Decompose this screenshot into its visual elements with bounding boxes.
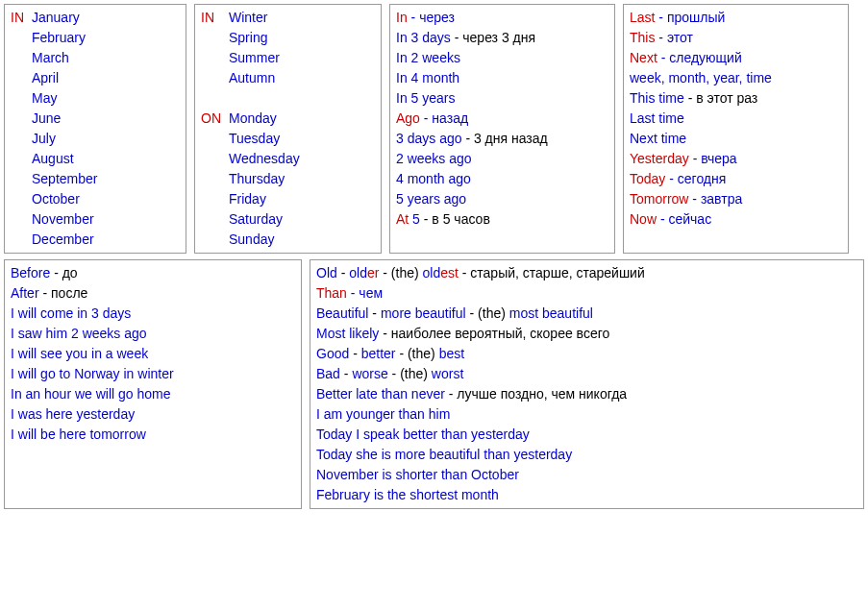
text-segment: - этот xyxy=(655,30,692,45)
text-segment: Last xyxy=(630,10,655,25)
text-line: At 5 - в 5 часов xyxy=(396,209,608,230)
text-segment: - сейчас xyxy=(657,211,711,227)
month-item: May xyxy=(32,88,97,109)
text-segment: In 4 month xyxy=(396,70,459,85)
text-line: Today - сегодня xyxy=(630,169,842,189)
text-segment: In an hour we will go home xyxy=(11,386,171,402)
text-line: Bad - worse - (the) worst xyxy=(316,364,857,384)
text-line: Than - чем xyxy=(316,283,857,304)
text-line: I will be here tomorrow xyxy=(11,425,295,445)
text-line: I am younger than him xyxy=(316,404,857,425)
text-segment: - лучше поздно, чем никогда xyxy=(445,386,627,402)
list-item: Friday xyxy=(229,189,300,209)
text-line: Good - better - (the) best xyxy=(316,344,857,364)
text-line: Last - прошлый xyxy=(630,8,842,28)
text-segment: - xyxy=(337,265,349,280)
month-item: April xyxy=(32,68,97,88)
text-segment: - через 3 дня xyxy=(451,30,535,45)
text-segment: Today I speak better than yesterday xyxy=(316,426,530,442)
text-segment: more beautiful xyxy=(381,305,466,321)
text-segment: I am younger than him xyxy=(316,406,450,422)
seasons-days-box: INWinterSpringSummerAutumn ONMondayTuesd… xyxy=(194,4,382,254)
month-item: February xyxy=(32,28,97,48)
text-line: Beautiful - more beautiful - (the) most … xyxy=(316,304,857,324)
text-line: This - этот xyxy=(630,28,842,48)
text-segment: This xyxy=(630,30,655,45)
time-expressions-box: In - черезIn 3 days - через 3 дняIn 2 we… xyxy=(389,4,615,254)
text-segment: I will see you in a week xyxy=(11,346,148,361)
text-line: Last time xyxy=(630,109,842,129)
text-line: Next - следующий xyxy=(630,48,842,68)
text-segment: - через xyxy=(408,10,455,25)
text-segment: worse xyxy=(352,366,387,381)
list-item: Sunday xyxy=(229,230,300,250)
list-item: Thursday xyxy=(229,169,300,189)
text-segment: In 3 days xyxy=(396,30,451,45)
text-segment: In 5 years xyxy=(396,90,455,106)
preposition-label: ON xyxy=(201,109,229,250)
text-segment: best xyxy=(439,346,464,361)
text-segment: most beautiful xyxy=(509,305,593,321)
text-line: Today I speak better than yesterday xyxy=(316,425,857,445)
text-line: In an hour we will go home xyxy=(11,384,295,404)
text-segment: Ago xyxy=(396,110,420,126)
month-item: July xyxy=(32,129,97,149)
text-segment: - после xyxy=(39,285,88,301)
text-line: Tomorrow - завтра xyxy=(630,189,842,209)
text-segment: - завтра xyxy=(688,191,742,207)
list-item: Wednesday xyxy=(229,149,300,169)
text-line: In 2 weeks xyxy=(396,48,608,68)
preposition-label: IN xyxy=(201,8,229,88)
text-segment: better xyxy=(361,346,396,361)
text-segment: worst xyxy=(432,366,463,381)
comparatives-box: Old - older - (the) oldest - старый, ста… xyxy=(310,259,864,509)
text-line: In - через xyxy=(396,8,608,28)
text-segment: Than xyxy=(316,285,347,301)
examples-box: Before - доAfter - послеI will come in 3… xyxy=(4,259,302,509)
text-segment: This time xyxy=(630,90,684,106)
text-line: 4 month ago xyxy=(396,169,608,189)
text-line: February is the shortest month xyxy=(316,485,857,505)
list-item: Spring xyxy=(229,28,300,48)
text-segment: - следующий xyxy=(657,50,742,65)
text-line: Ago - назад xyxy=(396,109,608,129)
text-line: Better late than never - лучше поздно, ч… xyxy=(316,384,857,404)
text-segment: At xyxy=(396,211,409,227)
text-line: Before - до xyxy=(11,263,295,283)
text-segment: Old xyxy=(316,265,337,280)
text-segment: I will come in 3 days xyxy=(11,305,131,321)
text-segment: Most likely xyxy=(316,326,379,341)
text-segment: In 2 weeks xyxy=(396,50,460,65)
text-line: After - после xyxy=(11,283,295,304)
text-segment: 5 years ago xyxy=(396,191,466,207)
text-segment: old xyxy=(423,265,441,280)
text-segment: 2 weeks ago xyxy=(396,151,472,166)
text-segment: Now xyxy=(630,211,657,227)
text-line: In 5 years xyxy=(396,88,608,109)
text-segment: - старый, старше, старейший xyxy=(459,265,645,280)
text-segment: Beautiful xyxy=(316,305,368,321)
text-line: 5 years ago xyxy=(396,189,608,209)
text-segment: Bad xyxy=(316,366,340,381)
text-segment: - до xyxy=(50,265,77,280)
list-item: Autumn xyxy=(229,68,300,88)
text-segment: - (the) xyxy=(379,265,422,280)
text-segment: Next xyxy=(630,50,657,65)
month-item: September xyxy=(32,169,97,189)
text-segment: er xyxy=(367,265,379,280)
text-segment: est xyxy=(440,265,459,280)
preposition-in: IN xyxy=(11,8,32,250)
list-item: Tuesday xyxy=(229,129,300,149)
month-item: December xyxy=(32,230,97,250)
top-row: IN JanuaryFebruaryMarchAprilMayJuneJulyA… xyxy=(4,4,864,254)
text-segment: - прошлый xyxy=(655,10,725,25)
text-line: I will see you in a week xyxy=(11,344,295,364)
text-line: Yesterday - вчера xyxy=(630,149,842,169)
text-line: week, month, year, time xyxy=(630,68,842,88)
month-item: January xyxy=(32,8,97,28)
text-segment: Today xyxy=(630,171,665,186)
text-segment: 4 month ago xyxy=(396,171,471,186)
text-line: Now - сейчас xyxy=(630,209,842,230)
text-segment: - 3 дня назад xyxy=(462,131,548,146)
text-segment: - xyxy=(340,366,352,381)
